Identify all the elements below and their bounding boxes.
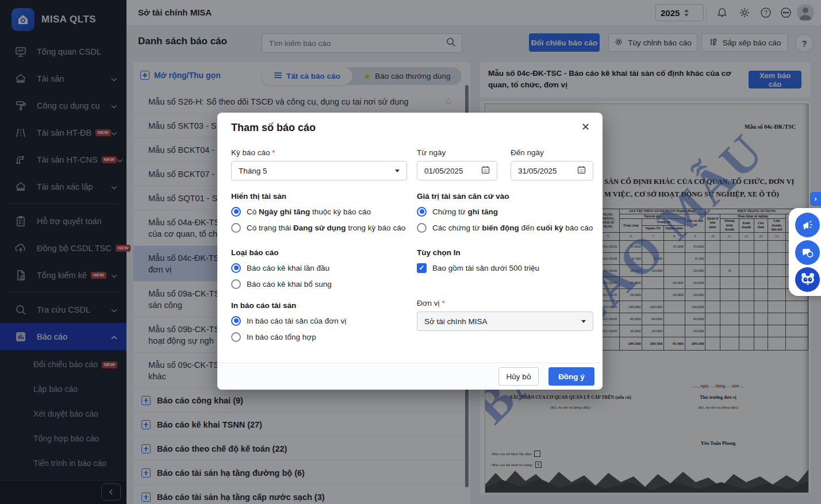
assistant-bot-icon[interactable]: [795, 267, 820, 292]
assistant-collapse-chevron[interactable]: ›: [810, 192, 821, 206]
print-options: In báo cáo tài sản của đơn vịIn báo cáo …: [231, 314, 346, 346]
period-label: Kỳ báo cáo *: [231, 148, 275, 157]
value-options: Chứng từ ghi tăngCác chứng từ biến động …: [417, 205, 593, 237]
chevron-down-icon: [581, 320, 586, 323]
to-date-input[interactable]: 31/05/2025: [511, 161, 593, 180]
value-option-1[interactable]: Các chứng từ biến động đến cuối kỳ báo c…: [417, 221, 593, 234]
cancel-button[interactable]: Hủy bỏ: [498, 367, 539, 386]
radio-selected-icon: [231, 207, 241, 217]
checkbox-checked-icon: ✓: [417, 263, 427, 273]
radio-selected-icon: [417, 207, 427, 217]
type-option-1[interactable]: Báo cáo kê khai bổ sung: [231, 277, 332, 291]
close-icon[interactable]: ✕: [581, 121, 590, 133]
radio-selected-icon: [231, 316, 241, 326]
display-option-0[interactable]: Có Ngày ghi tăng thuộc kỳ báo cáo: [231, 205, 405, 218]
radio-unselected-icon: [231, 279, 241, 289]
display-section-label: Hiển thị tài sản: [231, 192, 286, 201]
radio-unselected-icon: [231, 223, 241, 233]
ok-button[interactable]: Đồng ý: [548, 367, 594, 386]
print-option-checkbox-row: ✓ Bao gồm tài sản dưới 500 triệu: [417, 261, 539, 277]
type-options: Báo cáo kê khai lần đầuBáo cáo kê khai b…: [231, 261, 332, 293]
print-option-0[interactable]: In báo cáo tài sản của đơn vị: [231, 314, 346, 328]
period-select[interactable]: Tháng 5: [231, 161, 407, 180]
radio-unselected-icon: [417, 223, 427, 233]
chevron-down-icon: [395, 170, 400, 172]
dialog-title: Tham số báo cáo: [231, 122, 316, 134]
value-option-0[interactable]: Chứng từ ghi tăng: [417, 205, 593, 218]
to-date-label: Đến ngày: [511, 148, 544, 157]
radio-unselected-icon: [231, 332, 241, 342]
print-section-label: In báo cáo tài sản: [231, 301, 296, 310]
display-option-1[interactable]: Có trạng thái Đang sử dụng trong kỳ báo …: [231, 221, 405, 234]
from-date-input[interactable]: 01/05/2025: [417, 161, 497, 180]
unit-select[interactable]: Sở tài chính MISA: [417, 311, 593, 331]
calendar-icon: [481, 166, 490, 176]
chat-icon[interactable]: [795, 240, 820, 265]
display-options: Có Ngày ghi tăng thuộc kỳ báo cáoCó trạn…: [231, 205, 405, 237]
print-option-1[interactable]: In báo cáo tổng hợp: [231, 330, 346, 344]
from-date-label: Từ ngày: [417, 148, 446, 157]
unit-label: Đơn vị *: [417, 299, 445, 307]
print-option-section-label: Tùy chọn In: [417, 248, 461, 257]
type-option-0[interactable]: Báo cáo kê khai lần đầu: [231, 261, 332, 275]
value-section-label: Giá trị tài sản căn cứ vào: [417, 192, 509, 201]
calendar-icon: [577, 166, 586, 176]
megaphone-icon[interactable]: [795, 213, 820, 237]
radio-selected-icon: [231, 263, 241, 273]
type-section-label: Loại báo cáo: [231, 248, 279, 257]
assistant-panel: [789, 208, 821, 296]
dialog-footer: Hủy bỏ Đồng ý: [217, 363, 603, 390]
report-params-dialog: Tham số báo cáo ✕ Kỳ báo cáo * Tháng 5 T…: [217, 113, 603, 390]
include-under-500m-checkbox[interactable]: ✓ Bao gồm tài sản dưới 500 triệu: [417, 261, 539, 275]
